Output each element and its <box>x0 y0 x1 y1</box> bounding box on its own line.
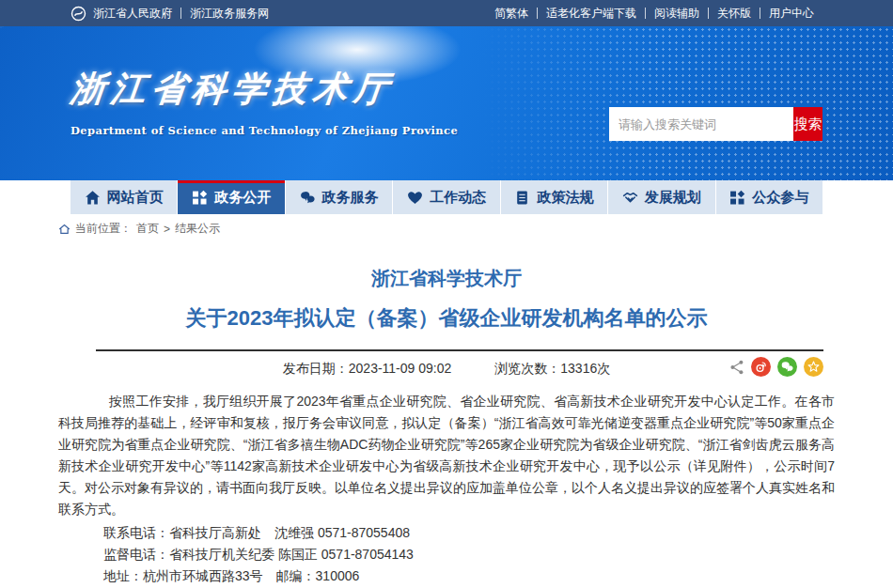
nav-item-home[interactable]: 网站首页 <box>70 180 177 214</box>
nav-item-work-news[interactable]: 工作动态 <box>392 180 499 214</box>
favorite-star-icon[interactable] <box>804 357 823 377</box>
site-search: 搜索 <box>609 107 822 141</box>
article-meta: 发布日期：2023-11-09 09:02 浏览次数：13316次 <box>58 351 835 383</box>
contact-phone-line: 联系电话：省科技厅高新处 沈维强 0571-87055408 <box>103 522 835 544</box>
breadcrumb-current[interactable]: 结果公示 <box>175 221 220 237</box>
breadcrumb: 当前位置： 首页 > 结果公示 <box>58 214 835 241</box>
article-content: 浙江省科学技术厅 关于2023年拟认定（备案）省级企业研发机构名单的公示 发布日… <box>58 266 835 588</box>
nav-label: 网站首页 <box>107 189 164 207</box>
share-nodes-icon[interactable] <box>728 359 744 375</box>
nav-label: 公众参与 <box>752 189 808 207</box>
view-count-label: 浏览次数： <box>494 361 560 376</box>
breadcrumb-separator: > <box>164 223 170 236</box>
gov-open-icon <box>192 190 208 206</box>
handshake-icon <box>622 190 638 206</box>
breadcrumb-prefix: 当前位置： <box>75 221 132 237</box>
heart-icon <box>407 190 423 206</box>
publish-date: 发布日期：2023-11-09 09:02 <box>283 361 452 378</box>
breadcrumb-home[interactable]: 首页 <box>136 221 159 237</box>
site-logo: 浙江省科学技术厅 Department of Science and Techn… <box>70 66 458 137</box>
nav-item-participation[interactable]: 公众参与 <box>715 180 822 214</box>
nav-label: 工作动态 <box>430 189 486 207</box>
article-paragraph: 按照工作安排，我厅组织开展了2023年省重点企业研究院、省企业研究院、省高新技术… <box>58 391 835 520</box>
link-reading-assist[interactable]: 阅读辅助 <box>645 8 708 19</box>
home-small-icon <box>58 224 70 235</box>
chat-bubbles-icon <box>300 190 316 206</box>
article-title-line1: 浙江省科学技术厅 <box>58 266 835 291</box>
publish-date-value: 2023-11-09 09:02 <box>349 361 452 376</box>
search-input[interactable] <box>609 107 793 141</box>
nav-label: 政务公开 <box>214 189 271 207</box>
site-title-en: Department of Science and Technology of … <box>70 124 458 137</box>
link-user-center[interactable]: 用户中心 <box>760 8 822 19</box>
nav-item-gov-open[interactable]: 政务公开 <box>177 180 284 214</box>
view-count-value: 13316次 <box>560 361 610 376</box>
link-simplified-traditional[interactable]: 简繁体 <box>486 8 537 19</box>
nav-label: 发展规划 <box>645 189 701 207</box>
government-emblem-icon <box>70 6 86 22</box>
article-title-line2: 关于2023年拟认定（备案）省级企业研发机构名单的公示 <box>58 304 835 333</box>
wechat-share-icon[interactable] <box>777 357 797 377</box>
site-banner: 浙江省科学技术厅 Department of Science and Techn… <box>0 26 893 180</box>
address-line: 地址：杭州市环城西路33号 邮编：310006 <box>103 565 835 587</box>
home-icon <box>85 190 101 206</box>
search-button[interactable]: 搜索 <box>793 107 822 141</box>
contact-info: 联系电话：省科技厅高新处 沈维强 0571-87055408 监督电话：省科技厅… <box>58 522 835 587</box>
nav-item-gov-service[interactable]: 政务服务 <box>285 180 392 214</box>
nav-label: 政策法规 <box>537 189 593 207</box>
world-map-dots-decoration <box>482 26 893 180</box>
link-zhejiang-gov[interactable]: 浙江省人民政府 <box>93 8 180 19</box>
publish-date-label: 发布日期： <box>283 361 349 376</box>
weibo-share-icon[interactable] <box>751 357 771 377</box>
share-toolbar <box>728 357 823 377</box>
nav-item-policy[interactable]: 政策法规 <box>500 180 607 214</box>
nav-label: 政务服务 <box>322 189 379 207</box>
view-count: 浏览次数：13316次 <box>494 361 610 378</box>
supervision-phone-line: 监督电话：省科技厅机关纪委 陈国正 0571-87054143 <box>103 544 835 565</box>
participation-icon <box>729 190 745 206</box>
link-care-version[interactable]: 关怀版 <box>708 8 760 19</box>
document-icon <box>514 190 530 206</box>
main-navigation: 网站首页 政务公开 政务服务 <box>0 180 893 214</box>
top-utility-bar: 浙江省人民政府 浙江政务服务网 简繁体 适老化客户端下载 阅读辅助 关怀版 用户… <box>0 0 893 26</box>
link-zhejiang-service[interactable]: 浙江政务服务网 <box>180 8 277 19</box>
link-accessibility-client[interactable]: 适老化客户端下载 <box>537 8 645 19</box>
site-title-cn: 浙江省科学技术厅 <box>68 66 460 113</box>
nav-item-planning[interactable]: 发展规划 <box>607 180 714 214</box>
